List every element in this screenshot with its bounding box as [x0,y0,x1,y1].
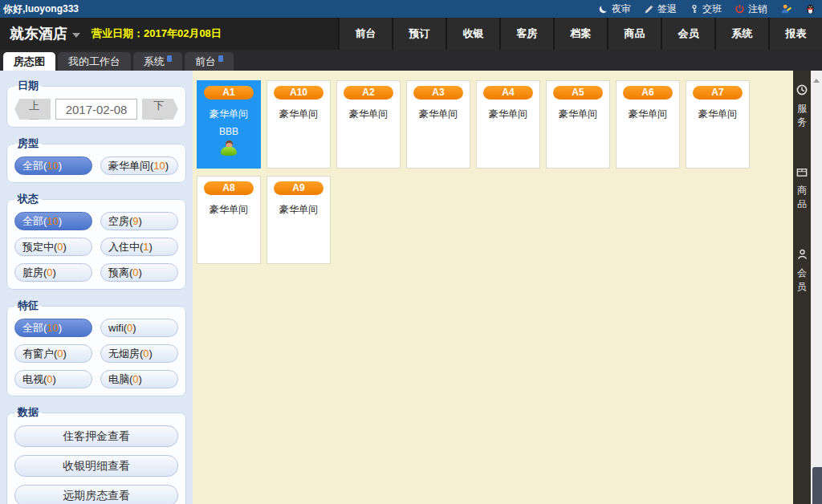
filter-feature-window[interactable]: 有窗户(0) [14,344,92,363]
titlebar: 就东酒店 营业日期：2017年02月08日 前台预订收银客房档案商品会员系统报表 [0,18,822,50]
menu-member[interactable]: 会员 [661,18,714,50]
filter-status-dirty[interactable]: 脏房(0) [14,263,92,282]
filter-status-reserved[interactable]: 预定中(0) [14,238,92,256]
filter-feature-all[interactable]: 全部(10) [14,319,92,337]
dock-goods[interactable]: 商品 [796,166,808,211]
night-audit-button[interactable]: 夜审 [598,2,631,16]
tab-system-label: 系统 [144,55,165,69]
sign-out-button[interactable]: 签退 [644,2,677,16]
filter-status-all[interactable]: 全部(10) [14,212,92,230]
ime-indicator [812,467,822,504]
room-number-badge: A8 [204,181,254,195]
filter-feature-wifi[interactable]: wifi(0) [100,319,178,337]
filter-feature-non-smoking[interactable]: 无烟房(0) [100,344,178,363]
room-card-A3[interactable]: A3豪华单间 [406,80,470,169]
prev-day-button[interactable]: 上一天 [14,99,51,120]
tab-room-status-map[interactable]: 房态图 [3,52,55,71]
business-date-input[interactable] [55,99,137,120]
date-group: 日期 上一天 下一天 [6,79,186,128]
main-menu: 前台预订收银客房档案商品会员系统报表 [338,18,822,50]
room-type-group: 房型 全部(10)豪华单间(10) [6,136,186,183]
data-group: 数据 住客押金查看收银明细查看远期房态查看 [6,405,186,504]
user-edit-button[interactable] [780,3,792,14]
shift-change-button-label: 交班 [702,2,722,16]
dock-goods-label: 商品 [797,184,807,211]
menu-system[interactable]: 系统 [714,18,768,50]
filter-roomtype-luxury-single[interactable]: 豪华单间(10) [100,156,178,175]
room-card-A7[interactable]: A7豪华单间 [686,80,750,169]
menu-cashier[interactable]: 收银 [446,18,499,50]
menu-reservation[interactable]: 预订 [392,18,446,50]
date-group-legend: 日期 [14,79,42,93]
room-type-label: 豪华单间 [547,108,609,121]
next-day-button[interactable]: 下一天 [142,99,178,120]
room-card-A8[interactable]: A8豪华单间 [197,176,261,264]
dock-member-label: 会员 [797,266,807,294]
power-icon [735,4,745,14]
dock-service[interactable]: 服务 [796,83,808,129]
guest-deposit-view-button[interactable]: 住客押金查看 [14,425,178,447]
room-number-badge: A7 [693,86,743,100]
room-type-label: 豪华单间 [267,108,330,121]
tabbar: 房态图我的工作台系统前台 [0,50,822,71]
data-group-legend: 数据 [14,405,42,420]
scrollbar[interactable] [811,71,822,504]
tab-room-status-map-label: 房态图 [14,55,45,69]
room-number-badge: A9 [274,181,324,195]
pencil-icon [644,4,654,14]
filter-feature-tv[interactable]: 电视(0) [14,370,92,388]
history-icon [796,83,808,99]
cashier-detail-view-button[interactable]: 收银明细查看 [14,455,178,477]
scroll-up-arrow[interactable] [813,79,820,83]
business-date: 营业日期：2017年02月08日 [92,26,222,41]
features-group-legend: 特征 [14,299,42,313]
menu-archives[interactable]: 档案 [553,18,607,50]
future-room-status-view-button[interactable]: 远期房态查看 [14,485,178,504]
topbar-actions: 夜审签退交班注销 [598,2,816,16]
room-number-badge: A4 [483,86,533,100]
sign-out-button-label: 签退 [657,2,677,16]
content: 日期 上一天 下一天 房型 全部(10)豪华单间(10) 状态 全部(10)空房… [0,71,822,504]
room-number-badge: A5 [553,86,603,100]
filter-status-occupied[interactable]: 入住中(1) [100,238,178,256]
room-card-A5[interactable]: A5豪华单间 [546,80,610,169]
filter-feature-computer[interactable]: 电脑(0) [100,370,178,388]
filter-roomtype-all[interactable]: 全部(10) [14,156,92,175]
room-type-label: 豪华单间 [267,203,330,217]
room-card-A2[interactable]: A2豪华单间 [336,80,401,169]
pin-icon [218,55,223,62]
menu-report[interactable]: 报表 [768,18,822,50]
features-group: 特征 全部(10)wifi(0)有窗户(0)无烟房(0)电视(0)电脑(0) [6,299,186,396]
shift-change-button[interactable]: 交班 [690,2,722,16]
room-type-label: 豪华单间 [616,108,679,121]
room-card-A1[interactable]: A1豪华单间BBB [197,80,261,169]
member-icon [796,248,808,263]
room-card-A6[interactable]: A6豪华单间 [616,80,680,169]
qq-button[interactable] [805,3,816,14]
room-type-label: 豪华单间 [337,108,400,121]
room-status-grid: A1豪华单间BBBA10豪华单间A2豪华单间A3豪华单间A4豪华单间A5豪华单间… [193,71,793,504]
room-card-A10[interactable]: A10豪华单间 [267,80,331,169]
topbar: 你好,luoyong333 夜审签退交班注销 [0,0,822,18]
hotel-name: 就东酒店 [10,24,67,43]
room-number-badge: A1 [204,86,254,100]
tab-my-workbench[interactable]: 我的工作台 [58,52,131,71]
tab-system[interactable]: 系统 [133,52,182,71]
hotel-name-dropdown[interactable]: 就东酒店 [0,24,92,43]
menu-front-desk[interactable]: 前台 [338,18,392,50]
tab-front-desk-label: 前台 [195,55,216,69]
filter-status-vacant[interactable]: 空房(9) [100,212,178,230]
dock-member[interactable]: 会员 [796,248,808,294]
room-card-A9[interactable]: A9豪华单间 [267,176,331,264]
logout-button[interactable]: 注销 [735,2,767,16]
status-group: 状态 全部(10)空房(9)预定中(0)入住中(1)脏房(0)预离(0) [6,192,186,290]
tab-front-desk[interactable]: 前台 [185,52,234,71]
room-number-badge: A6 [623,86,673,100]
moon-icon [598,4,608,14]
filter-status-due-out[interactable]: 预离(0) [100,263,178,282]
room-card-A4[interactable]: A4豪华单间 [476,80,540,169]
menu-goods[interactable]: 商品 [607,18,661,50]
guest-name-label: BBB [197,126,260,137]
room-number-badge: A10 [274,86,324,100]
menu-rooms[interactable]: 客房 [499,18,553,50]
